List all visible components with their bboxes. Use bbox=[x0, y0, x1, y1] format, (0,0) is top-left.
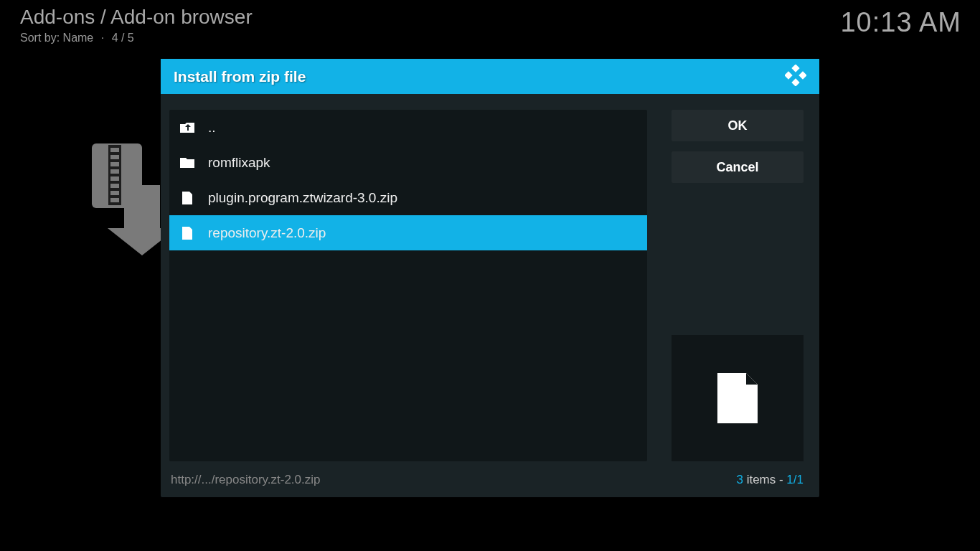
svg-rect-13 bbox=[798, 71, 806, 79]
svg-rect-3 bbox=[110, 155, 119, 159]
file-label: .. bbox=[208, 120, 216, 136]
svg-rect-9 bbox=[110, 198, 119, 202]
svg-rect-1 bbox=[108, 145, 121, 205]
subheader: Sort by: Name · 4 / 5 bbox=[20, 32, 960, 44]
count-number: 3 bbox=[736, 473, 743, 486]
svg-rect-6 bbox=[110, 176, 119, 181]
position-label: 4 / 5 bbox=[112, 32, 134, 44]
page-header: Add-ons / Add-on browser Sort by: Name ·… bbox=[20, 6, 960, 44]
preview-thumbnail bbox=[672, 335, 804, 461]
dialog-sidebar: OK Cancel bbox=[672, 110, 804, 461]
cancel-button[interactable]: Cancel bbox=[672, 151, 804, 183]
current-path: http://.../repository.zt-2.0.zip bbox=[171, 473, 321, 487]
count-word: items - bbox=[743, 473, 786, 486]
dialog-title: Install from zip file bbox=[174, 68, 306, 85]
page-indicator: 1/1 bbox=[786, 473, 804, 486]
file-row-parent[interactable]: .. bbox=[169, 110, 647, 145]
file-row-zip[interactable]: plugin.program.ztwizard-3.0.zip bbox=[169, 180, 647, 215]
file-label: plugin.program.ztwizard-3.0.zip bbox=[208, 190, 397, 206]
file-icon bbox=[179, 226, 195, 240]
file-icon bbox=[179, 191, 195, 205]
svg-rect-7 bbox=[110, 184, 119, 188]
svg-rect-11 bbox=[785, 71, 793, 79]
install-zip-dialog: Install from zip file .. romflixa bbox=[161, 59, 819, 497]
dialog-footer: http://.../repository.zt-2.0.zip 3 items… bbox=[161, 468, 819, 497]
clock: 10:13 AM bbox=[840, 7, 961, 38]
file-label: romflixapk bbox=[208, 155, 270, 171]
breadcrumb: Add-ons / Add-on browser bbox=[20, 6, 960, 29]
svg-rect-5 bbox=[110, 169, 119, 174]
svg-rect-8 bbox=[110, 191, 119, 195]
dialog-header: Install from zip file bbox=[161, 59, 819, 94]
separator: · bbox=[101, 32, 104, 44]
svg-rect-4 bbox=[110, 162, 119, 166]
file-label: repository.zt-2.0.zip bbox=[208, 225, 326, 241]
file-list[interactable]: .. romflixapk plugin.program.ztwizard-3.… bbox=[169, 110, 647, 461]
folder-icon bbox=[179, 156, 195, 169]
svg-rect-10 bbox=[791, 65, 799, 72]
folder-up-icon bbox=[179, 121, 195, 134]
file-preview-icon bbox=[716, 372, 759, 425]
item-count: 3 items - 1/1 bbox=[736, 473, 804, 487]
file-row-zip-selected[interactable]: repository.zt-2.0.zip bbox=[169, 215, 647, 250]
sort-label: Sort by: Name bbox=[20, 32, 93, 44]
svg-rect-12 bbox=[791, 78, 799, 86]
kodi-logo-icon bbox=[785, 65, 806, 89]
file-row-folder[interactable]: romflixapk bbox=[169, 145, 647, 180]
svg-rect-2 bbox=[110, 148, 119, 152]
ok-button[interactable]: OK bbox=[672, 110, 804, 141]
